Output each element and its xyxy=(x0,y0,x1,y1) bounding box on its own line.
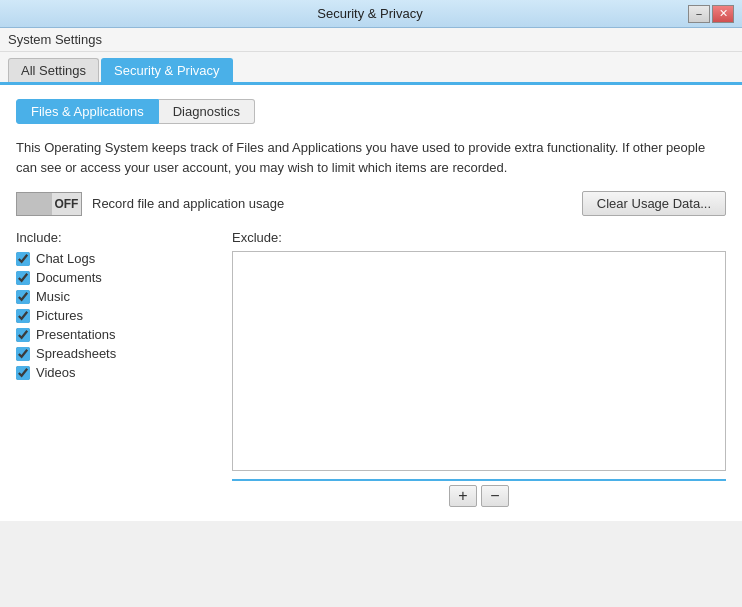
toggle-switch[interactable]: OFF xyxy=(16,192,82,216)
toggle-row: OFF Record file and application usage Cl… xyxy=(16,191,726,216)
checkbox-label-spreadsheets: Spreadsheets xyxy=(36,346,116,361)
checkbox-documents[interactable] xyxy=(16,271,30,285)
include-column: Include: Chat Logs Documents Music Pictu… xyxy=(16,230,216,507)
list-item: Spreadsheets xyxy=(16,346,216,361)
checkbox-videos[interactable] xyxy=(16,366,30,380)
checkbox-label-pictures: Pictures xyxy=(36,308,83,323)
list-item: Chat Logs xyxy=(16,251,216,266)
list-item: Documents xyxy=(16,270,216,285)
exclude-column: Exclude: + − xyxy=(232,230,726,507)
tab-diagnostics[interactable]: Diagnostics xyxy=(159,99,255,124)
checkbox-label-chat-logs: Chat Logs xyxy=(36,251,95,266)
checkbox-pictures[interactable] xyxy=(16,309,30,323)
minimize-button[interactable]: − xyxy=(688,5,710,23)
checkbox-label-presentations: Presentations xyxy=(36,327,116,342)
clear-usage-button[interactable]: Clear Usage Data... xyxy=(582,191,726,216)
description-text: This Operating System keeps track of Fil… xyxy=(16,138,726,177)
remove-exclude-button[interactable]: − xyxy=(481,485,509,507)
checkbox-label-music: Music xyxy=(36,289,70,304)
inner-tabs: Files & Applications Diagnostics xyxy=(16,99,726,124)
list-item: Videos xyxy=(16,365,216,380)
toggle-state-label: OFF xyxy=(52,197,81,211)
menu-bar: System Settings xyxy=(0,28,742,52)
list-item: Pictures xyxy=(16,308,216,323)
exclude-list-box[interactable] xyxy=(232,251,726,471)
window-controls: − ✕ xyxy=(688,5,734,23)
checkbox-chat-logs[interactable] xyxy=(16,252,30,266)
system-settings-label: System Settings xyxy=(8,32,102,47)
record-label: Record file and application usage xyxy=(92,196,284,211)
exclude-controls: + − xyxy=(232,479,726,507)
tab-security-privacy[interactable]: Security & Privacy xyxy=(101,58,232,82)
include-label: Include: xyxy=(16,230,216,245)
nav-tabs: All Settings Security & Privacy xyxy=(0,52,742,85)
tab-all-settings[interactable]: All Settings xyxy=(8,58,99,82)
main-content: Files & Applications Diagnostics This Op… xyxy=(0,85,742,521)
checkbox-spreadsheets[interactable] xyxy=(16,347,30,361)
list-item: Presentations xyxy=(16,327,216,342)
checkbox-label-documents: Documents xyxy=(36,270,102,285)
add-exclude-button[interactable]: + xyxy=(449,485,477,507)
toggle-left: OFF Record file and application usage xyxy=(16,192,284,216)
window-title: Security & Privacy xyxy=(52,6,688,21)
checkbox-music[interactable] xyxy=(16,290,30,304)
toggle-track xyxy=(17,193,52,215)
tab-files-applications[interactable]: Files & Applications xyxy=(16,99,159,124)
title-bar: Security & Privacy − ✕ xyxy=(0,0,742,28)
exclude-label: Exclude: xyxy=(232,230,726,245)
close-button[interactable]: ✕ xyxy=(712,5,734,23)
checkbox-presentations[interactable] xyxy=(16,328,30,342)
two-col-layout: Include: Chat Logs Documents Music Pictu… xyxy=(16,230,726,507)
checkbox-label-videos: Videos xyxy=(36,365,76,380)
list-item: Music xyxy=(16,289,216,304)
